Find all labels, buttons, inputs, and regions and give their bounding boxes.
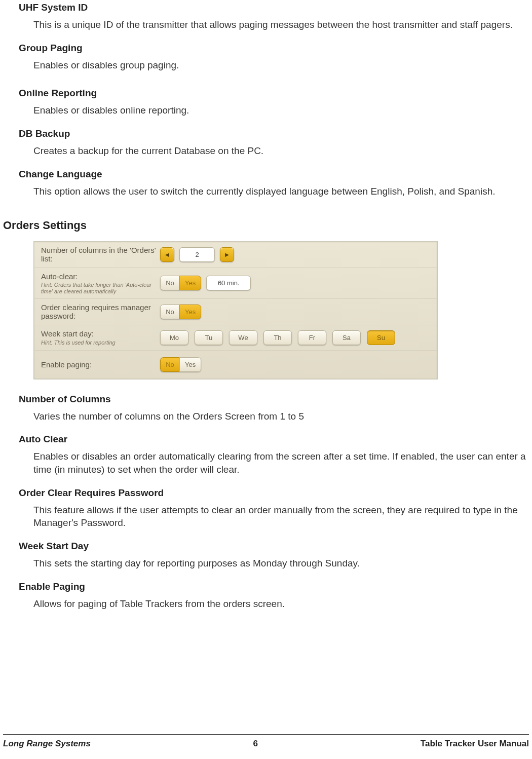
body-db-backup: Creates a backup for the current Databas… xyxy=(33,144,526,158)
day-button-fr[interactable]: Fr xyxy=(298,330,326,345)
row-auto-clear: Auto-clear: Hint: Orders that take longe… xyxy=(34,268,437,299)
body-enable-paging: Allows for paging of Table Trackers from… xyxy=(33,597,526,611)
day-button-su[interactable]: Su xyxy=(367,330,395,345)
heading-order-clear-password: Order Clear Requires Password xyxy=(19,487,532,499)
day-button-th[interactable]: Th xyxy=(263,330,292,345)
footer-right: Table Tracker User Manual xyxy=(421,739,529,749)
heading-week-start-day: Week Start Day xyxy=(19,541,532,552)
auto-clear-yes[interactable]: Yes xyxy=(179,276,201,290)
row-week-start: Week start day: Hint: This is used for r… xyxy=(34,325,437,351)
page-footer: Long Range Systems 6 Table Tracker User … xyxy=(3,734,529,749)
enable-paging-toggle[interactable]: No Yes xyxy=(160,357,201,372)
row-requires-password: Order clearing requires manager password… xyxy=(34,299,437,325)
heading-change-language: Change Language xyxy=(19,169,532,180)
columns-value-display[interactable]: 2 xyxy=(179,247,215,262)
auto-clear-toggle[interactable]: No Yes xyxy=(160,276,201,290)
label-auto-clear: Auto-clear: Hint: Orders that take longe… xyxy=(41,272,160,295)
day-button-sa[interactable]: Sa xyxy=(332,330,361,345)
day-button-we[interactable]: We xyxy=(229,330,257,345)
body-week-start-day: This sets the starting day for reporting… xyxy=(33,557,526,570)
body-number-of-columns: Varies the number of columns on the Orde… xyxy=(33,410,526,423)
heading-number-of-columns: Number of Columns xyxy=(19,394,532,405)
label-week-start: Week start day: Hint: This is used for r… xyxy=(41,329,160,346)
label-enable-paging: Enable paging: xyxy=(41,360,160,369)
body-uhf-system-id: This is a unique ID of the transmitter t… xyxy=(33,18,526,31)
body-online-reporting: Enables or disables online reporting. xyxy=(33,104,526,117)
footer-left: Long Range Systems xyxy=(3,739,91,749)
day-button-tu[interactable]: Tu xyxy=(195,330,223,345)
day-button-mo[interactable]: Mo xyxy=(160,330,188,345)
body-group-paging: Enables or disables group paging. xyxy=(33,59,526,72)
row-enable-paging: Enable paging: No Yes xyxy=(34,351,437,379)
heading-uhf-system-id: UHF System ID xyxy=(19,2,532,13)
hint-auto-clear: Hint: Orders that take longer than 'Auto… xyxy=(41,282,160,294)
label-requires-password: Order clearing requires manager password… xyxy=(41,303,160,321)
footer-page-number: 6 xyxy=(253,739,258,749)
orders-settings-panel: Number of columns in the 'Orders' list: … xyxy=(33,241,438,380)
label-number-of-columns: Number of columns in the 'Orders' list: xyxy=(41,246,160,263)
requires-password-yes[interactable]: Yes xyxy=(179,305,201,319)
columns-increment-button[interactable]: ► xyxy=(220,247,234,262)
enable-paging-no[interactable]: No xyxy=(160,357,179,372)
requires-password-no[interactable]: No xyxy=(160,305,179,319)
body-order-clear-password: This feature allows if the user attempts… xyxy=(33,504,526,529)
auto-clear-no[interactable]: No xyxy=(160,276,179,290)
row-number-of-columns: Number of columns in the 'Orders' list: … xyxy=(34,242,437,268)
body-change-language: This option allows the user to switch th… xyxy=(33,185,526,198)
heading-group-paging: Group Paging xyxy=(19,43,532,54)
label-auto-clear-text: Auto-clear: xyxy=(41,272,78,281)
auto-clear-minutes-input[interactable]: 60 min. xyxy=(206,276,251,290)
label-week-start-text: Week start day: xyxy=(41,329,94,338)
heading-orders-settings: Orders Settings xyxy=(3,219,532,232)
body-auto-clear: Enables or disables an order automatical… xyxy=(33,450,526,476)
heading-db-backup: DB Backup xyxy=(19,128,532,139)
hint-week-start: Hint: This is used for reporting xyxy=(41,339,160,346)
columns-decrement-button[interactable]: ◄ xyxy=(160,247,174,262)
heading-enable-paging: Enable Paging xyxy=(19,581,532,592)
heading-online-reporting: Online Reporting xyxy=(19,88,532,99)
requires-password-toggle[interactable]: No Yes xyxy=(160,305,201,319)
enable-paging-yes[interactable]: Yes xyxy=(179,357,201,372)
heading-auto-clear: Auto Clear xyxy=(19,434,532,445)
